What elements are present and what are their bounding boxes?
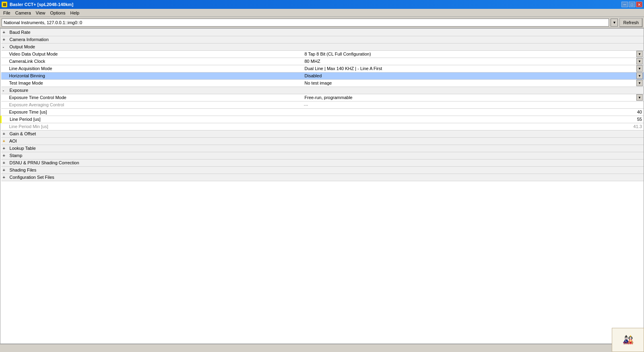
expand-icon[interactable]: - bbox=[3, 44, 8, 49]
expand-icon[interactable]: + bbox=[3, 139, 8, 143]
table-row[interactable]: + AOI bbox=[1, 137, 644, 145]
row-value-cell[interactable]: Disabled▼ bbox=[303, 72, 644, 79]
table-row[interactable]: Line Period Min [us]41.3 bbox=[1, 123, 644, 130]
table-row[interactable]: Exposure Time [us]40 bbox=[1, 108, 644, 116]
properties-table: + Baud Rate+ Camera Information- Output … bbox=[0, 29, 644, 181]
expand-icon[interactable]: + bbox=[3, 146, 8, 151]
expand-icon[interactable]: + bbox=[3, 30, 8, 35]
value-dropdown-button[interactable]: ▼ bbox=[636, 94, 643, 101]
menu-bar: File Camera View Options Help bbox=[0, 9, 644, 17]
row-value-cell[interactable]: Free-run, programmable▼ bbox=[303, 94, 644, 101]
expand-icon[interactable]: + bbox=[3, 37, 8, 42]
menu-help[interactable]: Help bbox=[68, 10, 82, 16]
address-bar: ▼ Refresh bbox=[0, 17, 644, 28]
row-value-cell bbox=[303, 159, 644, 166]
expand-icon[interactable]: + bbox=[3, 160, 8, 165]
menu-file[interactable]: File bbox=[1, 10, 13, 16]
row-name-cell: + AOI bbox=[1, 137, 303, 145]
table-row[interactable]: Horizontal BinningDisabled▼ bbox=[1, 72, 644, 79]
table-row[interactable]: - Exposure bbox=[1, 87, 644, 94]
row-name-cell: Exposure Time [us] bbox=[1, 108, 303, 116]
row-value-cell[interactable]: Dual Line | Max 140 KHZ | - Line A First… bbox=[303, 65, 644, 72]
row-value-cell[interactable]: 80 MHZ▼ bbox=[303, 58, 644, 65]
row-value-cell bbox=[303, 152, 644, 159]
row-name-cell: + Lookup Table bbox=[1, 145, 303, 152]
row-value-cell bbox=[303, 43, 644, 50]
menu-camera[interactable]: Camera bbox=[13, 10, 33, 16]
row-value-cell[interactable]: 8 Tap 8 Bit (CL Full Configuration)▼ bbox=[303, 50, 644, 58]
value-text: 8 Tap 8 Bit (CL Full Configuration) bbox=[304, 52, 637, 56]
value-dropdown-button[interactable]: ▼ bbox=[636, 80, 643, 86]
table-row[interactable]: Exposure Time Control ModeFree-run, prog… bbox=[1, 94, 644, 101]
row-value-cell: 40 bbox=[303, 108, 644, 116]
window-controls[interactable]: ─ □ ✕ bbox=[621, 2, 642, 7]
row-name-cell: + Camera Information bbox=[1, 36, 303, 43]
table-row[interactable]: Line Acquisition ModeDual Line | Max 140… bbox=[1, 65, 644, 72]
row-name-cell: + DSNU & PRNU Shading Correction bbox=[1, 159, 303, 166]
row-value-cell bbox=[303, 137, 644, 145]
expand-icon[interactable]: + bbox=[3, 131, 8, 136]
row-value-cell: --- bbox=[303, 101, 644, 108]
address-dropdown-button[interactable]: ▼ bbox=[611, 19, 618, 27]
address-input[interactable] bbox=[2, 19, 609, 27]
value-dropdown-button[interactable]: ▼ bbox=[636, 51, 643, 57]
row-name-cell: + Stamp bbox=[1, 152, 303, 159]
window-title: Basler CCT+ [spL2048-140km] bbox=[10, 2, 73, 7]
table-row[interactable]: Test Image ModeNo test image▼ bbox=[1, 79, 644, 87]
refresh-button[interactable]: Refresh bbox=[619, 18, 642, 27]
value-dropdown-button[interactable]: ▼ bbox=[636, 58, 643, 64]
value-text: Free-run, programmable bbox=[304, 95, 637, 100]
row-name-cell: Line Period [us] bbox=[1, 116, 303, 123]
table-row[interactable]: CameraLink Clock80 MHZ▼ bbox=[1, 58, 644, 65]
row-name-cell: + Baud Rate bbox=[1, 29, 303, 36]
value-dropdown-button[interactable]: ▼ bbox=[636, 72, 643, 79]
table-row[interactable]: Exposure Averaging Control--- bbox=[1, 101, 644, 108]
table-row[interactable]: + Stamp bbox=[1, 152, 644, 159]
minimize-button[interactable]: ─ bbox=[621, 2, 628, 7]
menu-options[interactable]: Options bbox=[48, 10, 68, 16]
row-name-cell: Exposure Time Control Mode bbox=[1, 94, 303, 101]
row-name-cell: Test Image Mode bbox=[1, 79, 303, 87]
expand-icon[interactable]: + bbox=[3, 153, 8, 158]
row-value-cell bbox=[303, 87, 644, 94]
title-bar-text: ▤ Basler CCT+ [spL2048-140km] bbox=[2, 2, 73, 7]
value-text: Disabled bbox=[304, 73, 637, 78]
row-name-cell: Horizontal Binning bbox=[1, 72, 303, 79]
expand-icon[interactable]: + bbox=[3, 168, 8, 172]
maximize-button[interactable]: □ bbox=[629, 2, 635, 7]
row-value-cell bbox=[303, 36, 644, 43]
app-icon: ▤ bbox=[2, 2, 7, 7]
value-text: No test image bbox=[304, 81, 637, 85]
row-value-cell bbox=[303, 174, 644, 181]
table-row[interactable]: + Gain & Offset bbox=[1, 130, 644, 137]
close-button[interactable]: ✕ bbox=[636, 2, 642, 7]
table-row[interactable]: - Output Mode bbox=[1, 43, 644, 50]
title-bar: ▤ Basler CCT+ [spL2048-140km] ─ □ ✕ bbox=[0, 0, 644, 9]
table-row[interactable]: + Shading Files bbox=[1, 166, 644, 174]
row-name-cell: + Shading Files bbox=[1, 166, 303, 174]
row-value-cell: 55 bbox=[303, 116, 644, 123]
expand-icon[interactable]: + bbox=[3, 175, 8, 180]
row-name-cell: + Configuration Set Files bbox=[1, 174, 303, 181]
expand-icon[interactable]: - bbox=[3, 88, 8, 93]
bottom-widget: 🎎 bbox=[612, 328, 644, 352]
row-value-cell[interactable]: No test image▼ bbox=[303, 79, 644, 87]
row-value-cell bbox=[303, 166, 644, 174]
row-name-cell: CameraLink Clock bbox=[1, 58, 303, 65]
value-text: Dual Line | Max 140 KHZ | - Line A First bbox=[304, 66, 637, 71]
main-content: + Baud Rate+ Camera Information- Output … bbox=[0, 28, 644, 344]
row-name-cell: - Output Mode bbox=[1, 43, 303, 50]
row-value-cell bbox=[303, 29, 644, 36]
table-row[interactable]: + Lookup Table bbox=[1, 145, 644, 152]
table-row[interactable]: + DSNU & PRNU Shading Correction bbox=[1, 159, 644, 166]
row-name-cell: Line Period Min [us] bbox=[1, 123, 303, 130]
row-name-cell: Line Acquisition Mode bbox=[1, 65, 303, 72]
table-row[interactable]: + Configuration Set Files bbox=[1, 174, 644, 181]
table-row[interactable]: Video Data Output Mode8 Tap 8 Bit (CL Fu… bbox=[1, 50, 644, 58]
value-dropdown-button[interactable]: ▼ bbox=[636, 65, 643, 72]
menu-view[interactable]: View bbox=[33, 10, 48, 16]
table-row[interactable]: Line Period [us]55 bbox=[1, 116, 644, 123]
table-row[interactable]: + Baud Rate bbox=[1, 29, 644, 36]
row-name-cell: Exposure Averaging Control bbox=[1, 101, 303, 108]
table-row[interactable]: + Camera Information bbox=[1, 36, 644, 43]
